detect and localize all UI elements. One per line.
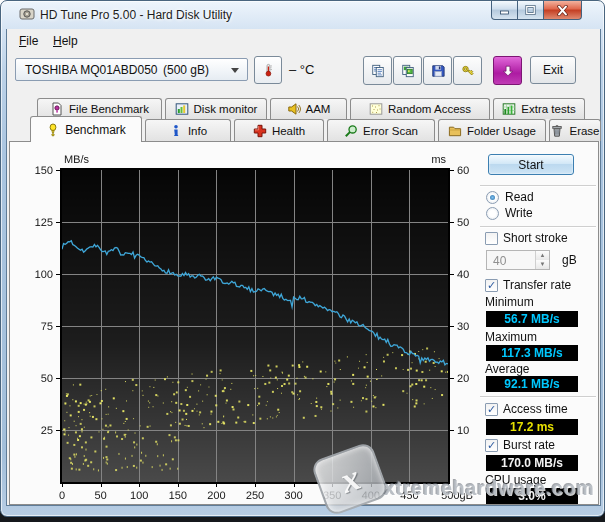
access-time-label: Access time [503, 402, 568, 416]
divider [480, 226, 596, 228]
tab-info[interactable]: Info [145, 119, 231, 141]
cpu-usage-label: CPU usage [485, 473, 546, 487]
burst-rate-value: 170.0 MB/s [486, 455, 578, 471]
access-time-value: 17.2 ms [486, 419, 578, 435]
capacity-stepper[interactable]: 40 ▲▼ [486, 250, 550, 270]
tab-disk-monitor[interactable]: Disk monitor [165, 98, 267, 119]
burst-rate-checkbox[interactable]: ✓ [485, 439, 498, 452]
aam-icon [287, 102, 301, 116]
benchmark-icon [46, 123, 60, 137]
close-button[interactable] [543, 1, 582, 20]
erase-icon [550, 124, 564, 138]
options-button[interactable] [453, 56, 482, 85]
short-stroke-label: Short stroke [503, 231, 568, 245]
exit-button[interactable]: Exit [530, 56, 576, 84]
menu-file[interactable]: File [15, 32, 42, 50]
divider [480, 396, 596, 398]
tab-error-scan[interactable]: Error Scan [327, 119, 435, 141]
read-label: Read [505, 190, 534, 204]
cpu-usage-value: 3.0% [486, 488, 578, 504]
tab-health[interactable]: Health [234, 119, 324, 141]
access-time-checkbox[interactable]: ✓ [485, 403, 498, 416]
copy-icon [371, 64, 385, 78]
minimize-icon [499, 5, 510, 15]
client-area: File Help TOSHIBA MQ01ABD050 (500 gB) – … [6, 29, 601, 506]
tab-extra-tests[interactable]: Extra tests [493, 98, 585, 119]
extra-tests-icon [502, 102, 516, 116]
save-button[interactable] [423, 56, 452, 85]
copy-text-button[interactable] [363, 56, 392, 85]
burst-rate-label: Burst rate [503, 438, 555, 452]
write-radio[interactable] [486, 207, 499, 220]
short-stroke-checkbox[interactable] [485, 232, 498, 245]
window-title: HD Tune Pro 5.00 - Hard Disk Utility [40, 8, 232, 22]
drive-selector[interactable]: TOSHIBA MQ01ABD050 (500 gB) [15, 58, 248, 81]
tab-folder-usage[interactable]: Folder Usage [438, 119, 546, 141]
transfer-rate-checkbox[interactable]: ✓ [485, 279, 498, 292]
titlebar[interactable]: HD Tune Pro 5.00 - Hard Disk Utility [1, 1, 604, 29]
temperature-value: – °C [289, 62, 314, 77]
minimize-button[interactable] [491, 1, 518, 20]
average-label: Average [485, 362, 529, 376]
stepper-down-icon[interactable]: ▼ [536, 260, 549, 269]
copy-image-icon [401, 64, 415, 78]
thermometer-icon [261, 63, 275, 77]
file-benchmark-icon [50, 102, 64, 116]
maximize-button[interactable] [517, 1, 544, 20]
capacity-value: 40 [493, 254, 506, 268]
average-value: 92.1 MB/s [486, 376, 578, 392]
read-radio[interactable] [486, 191, 499, 204]
temperature-button[interactable] [254, 56, 282, 84]
maximize-icon [525, 5, 536, 15]
download-button[interactable] [493, 56, 522, 85]
menu-help[interactable]: Help [49, 32, 82, 50]
random-access-icon [369, 102, 383, 116]
screen: HD Tune Pro 5.00 - Hard Disk Utility Fil… [0, 0, 605, 522]
capacity-unit-label: gB [562, 253, 577, 267]
disk-monitor-icon [175, 102, 189, 116]
close-icon [556, 5, 569, 16]
minimum-label: Minimum [485, 295, 534, 309]
copy-image-button[interactable] [393, 56, 422, 85]
transfer-rate-label: Transfer rate [503, 278, 571, 292]
tab-random-access[interactable]: Random Access [350, 98, 490, 119]
write-label: Write [505, 206, 533, 220]
tab-benchmark[interactable]: Benchmark [30, 116, 142, 142]
save-icon [431, 64, 445, 78]
drive-name: TOSHIBA MQ01ABD050 [25, 63, 158, 77]
tab-aam[interactable]: AAM [270, 98, 347, 119]
stepper-up-icon[interactable]: ▲ [536, 251, 549, 260]
info-icon [169, 124, 183, 138]
maximum-label: Maximum [485, 330, 537, 344]
maximum-value: 117.3 MB/s [486, 345, 578, 361]
app-window: HD Tune Pro 5.00 - Hard Disk Utility Fil… [0, 0, 605, 517]
minimum-value: 56.7 MB/s [486, 311, 578, 327]
divider [480, 185, 596, 187]
tab-erase[interactable]: Erase [549, 119, 601, 141]
options-icon [461, 64, 475, 78]
start-button[interactable]: Start [488, 154, 574, 175]
error-scan-icon [344, 124, 358, 138]
health-icon [253, 124, 267, 138]
benchmark-page: Start Read Write Short stroke 40 ▲▼ gB ✓… [9, 141, 599, 505]
app-icon [19, 6, 35, 22]
download-icon [501, 64, 515, 78]
chevron-down-icon [231, 68, 239, 73]
folder-usage-icon [448, 124, 462, 138]
drive-capacity: (500 gB) [163, 63, 209, 77]
